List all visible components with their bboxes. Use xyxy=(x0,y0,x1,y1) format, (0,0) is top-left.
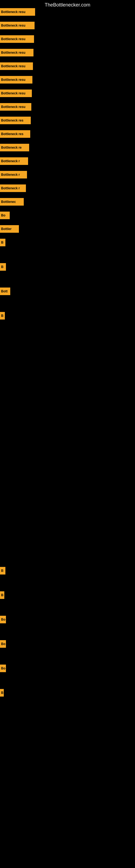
bottleneck-bar: Bottleneck resu xyxy=(0,8,35,16)
bottleneck-bar: Bottleneck resu xyxy=(0,90,32,97)
bottleneck-bar: Bottleneck resu xyxy=(0,62,33,70)
bottleneck-bar: Bottleneck res xyxy=(0,130,30,138)
bottleneck-bar: Bottleneck resu xyxy=(0,49,34,56)
bottleneck-bar: B xyxy=(0,312,5,319)
bottleneck-bar: Bo xyxy=(0,664,6,672)
bottleneck-bar: Bottlenec xyxy=(0,198,24,206)
bottleneck-bar: Bottleneck r xyxy=(0,184,26,192)
bottleneck-bar: Bo xyxy=(0,616,6,623)
bottleneck-bar: Bott xyxy=(0,287,10,295)
bottleneck-bar: Bottleneck resu xyxy=(0,76,32,84)
bottleneck-bar: Bottleneck r xyxy=(0,171,27,179)
bottleneck-bar: B xyxy=(0,263,6,271)
bottleneck-bar: Bottleneck res xyxy=(0,117,31,124)
bottleneck-bar: B xyxy=(0,591,4,599)
bottleneck-bar: B xyxy=(0,567,5,575)
bottleneck-bar: Bottleneck resu xyxy=(0,22,35,29)
bottleneck-bar: Bottler xyxy=(0,225,19,233)
bottleneck-bar: Bottleneck resu xyxy=(0,103,31,111)
bottleneck-bar: B xyxy=(0,689,4,696)
bottleneck-bar: Bottleneck r xyxy=(0,157,28,165)
bottleneck-bar: Bottleneck resu xyxy=(0,35,34,43)
bottleneck-bar: Bo xyxy=(0,212,10,219)
bottleneck-bar: B xyxy=(0,239,5,246)
bottleneck-bar: Bo xyxy=(0,640,6,648)
bottleneck-bar: Bottleneck re xyxy=(0,144,29,151)
